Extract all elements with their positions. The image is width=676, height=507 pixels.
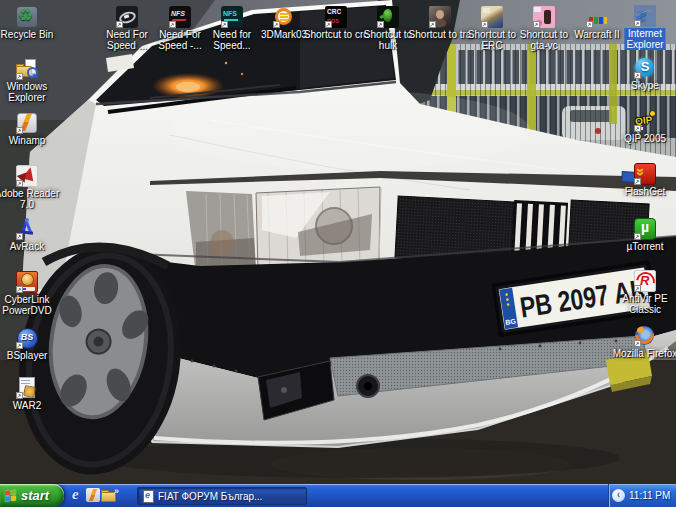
recycle-icon: ♻ bbox=[16, 6, 38, 28]
flashget-icon: »↗ bbox=[634, 163, 656, 185]
desktop-icon-label: FlashGet bbox=[625, 186, 666, 197]
desktop-icon-label: AvRack bbox=[10, 241, 44, 252]
quicklaunch-overflow-chevron[interactable]: » bbox=[114, 486, 119, 496]
crc-icon: CRCDOS↗ bbox=[325, 6, 347, 28]
desktop-icon-cyberlink-powerdvd[interactable]: ↗CyberLink PowerDVD bbox=[0, 271, 65, 329]
quicklaunch-internet-explorer-icon[interactable]: e bbox=[69, 487, 86, 504]
powerdvd-icon: ↗ bbox=[16, 271, 38, 293]
desktop-icon-label: Winamp bbox=[9, 135, 46, 146]
desktop-icons-layer: ↗Need For Speed ...NFS↗Need For Speed -.… bbox=[0, 0, 676, 484]
desktop-icon-qip-2005[interactable]: QIP↗QIP 2005 bbox=[607, 110, 676, 168]
desktop-icon-skype[interactable]: S↗Skype bbox=[607, 57, 676, 115]
desktop-icon-label: WAR2 bbox=[13, 400, 42, 411]
desktop-icon-label: Adobe Reader 7.0 bbox=[0, 188, 59, 210]
desktop-icon-winamp[interactable]: ↗Winamp bbox=[0, 112, 65, 170]
gtavc-icon: ↗ bbox=[533, 6, 555, 28]
nfs2-icon: NFS↗ bbox=[169, 6, 191, 28]
desktop-icon-label: Recycle Bin bbox=[1, 29, 54, 40]
desktop-icon-war2[interactable]: ↗WAR2 bbox=[0, 377, 65, 435]
desktop-icon-label: QIP 2005 bbox=[624, 133, 666, 144]
qip-icon: QIP↗ bbox=[634, 110, 656, 132]
skype-icon: S↗ bbox=[634, 57, 656, 79]
utorrent-icon: µ↗ bbox=[634, 218, 656, 240]
explorer-icon: ↗ bbox=[16, 58, 38, 80]
clock: 11:11 PM bbox=[629, 490, 670, 501]
desktop-icon-label: CyberLink PowerDVD bbox=[2, 294, 51, 316]
bsplayer-icon: BS↗ bbox=[16, 327, 38, 349]
adobe-icon: ↗ bbox=[16, 165, 38, 187]
winamp-icon: ↗ bbox=[16, 112, 38, 134]
desktop-icon-label: BSplayer bbox=[7, 350, 48, 361]
war2-icon: ↗ bbox=[16, 377, 38, 399]
desktop-icon-mozilla-firefox[interactable]: ↗Mozilla Firefox bbox=[607, 325, 676, 383]
nfs1-icon: ↗ bbox=[116, 6, 138, 28]
taskbar-task-fiat-forum[interactable]: e FIAT ФОРУМ Българ... bbox=[137, 487, 307, 505]
ie-icon: e↗ bbox=[634, 5, 656, 27]
firefox-icon: ↗ bbox=[634, 325, 656, 347]
desktop: BG PB 2097 AK ↗Need For Sp bbox=[0, 0, 676, 507]
desktop-icon-avrack[interactable]: ↗AvRack bbox=[0, 218, 65, 276]
start-label: start bbox=[21, 488, 49, 503]
tray-collapse-chevron-icon[interactable]: ‹ bbox=[612, 489, 625, 502]
desktop-icon-label: AntiVir PE Classic bbox=[622, 293, 667, 315]
start-button[interactable]: start bbox=[0, 484, 64, 507]
nfs3-icon: NFS↗ bbox=[221, 6, 243, 28]
desktop-icon-windows-explorer[interactable]: ↗Windows Explorer bbox=[0, 58, 65, 116]
erc-icon: ↗ bbox=[481, 6, 503, 28]
desktop-icon-recycle-bin[interactable]: ♻Recycle Bin bbox=[0, 6, 65, 64]
desktop-icon-label: Mozilla Firefox bbox=[613, 348, 676, 359]
windows-flag-icon bbox=[5, 489, 18, 502]
desktop-icon-internet-explorer[interactable]: e↗Internet Explorer bbox=[607, 5, 676, 63]
desktop-icon-label: Windows Explorer bbox=[7, 81, 48, 103]
desktop-icon-adobe-reader[interactable]: ↗Adobe Reader 7.0 bbox=[0, 165, 65, 223]
warcraft-icon: MS↗ bbox=[586, 6, 608, 28]
tra-icon: ↗ bbox=[429, 6, 451, 28]
task-label: FIAT ФОРУМ Българ... bbox=[158, 491, 262, 502]
antivir-icon: R↗ bbox=[634, 270, 656, 292]
taskbar: start e » e FIAT ФОРУМ Българ... ‹ 11:11… bbox=[0, 484, 676, 507]
desktop-icon-utorrent[interactable]: µ↗µTorrent bbox=[607, 218, 676, 276]
desktop-icon-flashget[interactable]: »↗FlashGet bbox=[607, 163, 676, 221]
desktop-icon-label: µTorrent bbox=[627, 241, 664, 252]
avrack-icon: ↗ bbox=[16, 218, 38, 240]
ie-page-icon: e bbox=[143, 490, 154, 503]
system-tray: ‹ 11:11 PM bbox=[608, 484, 676, 507]
desktop-icon-label: Internet Explorer bbox=[624, 28, 665, 50]
dmark-icon: ↗ bbox=[273, 6, 295, 28]
desktop-icon-antivir[interactable]: R↗AntiVir PE Classic bbox=[607, 270, 676, 328]
hulk-icon: ↗ bbox=[377, 6, 399, 28]
desktop-icon-label: Skype bbox=[631, 80, 659, 91]
